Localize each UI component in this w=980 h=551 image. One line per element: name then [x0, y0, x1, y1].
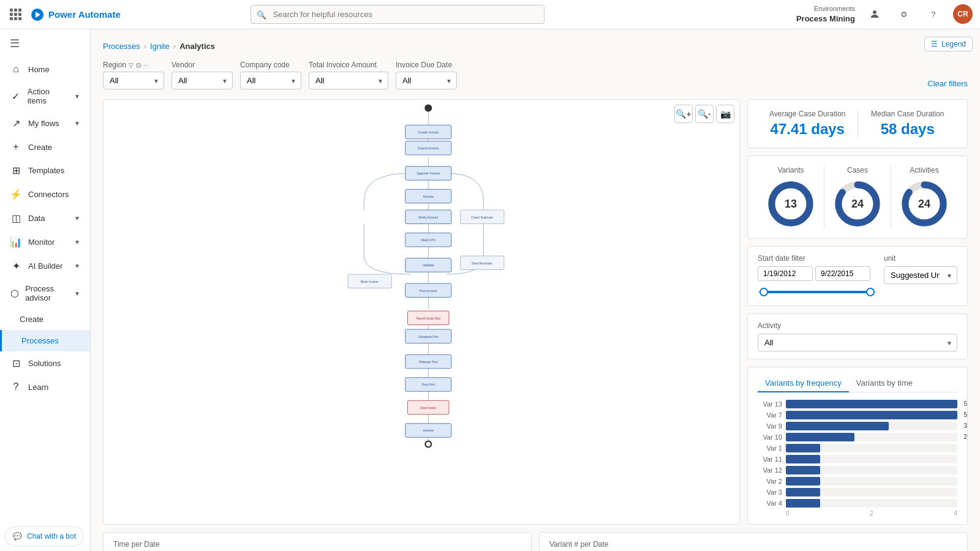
- sidebar-item-solutions[interactable]: ⊡ Solutions: [0, 351, 90, 375]
- bar-row: Var 9 3: [758, 422, 957, 430]
- topbar: Power Automate 🔍 Environments Process Mi…: [0, 0, 980, 29]
- bar-row: Var 10 2: [758, 433, 957, 441]
- sidebar-label-monitor: Monitor: [28, 238, 55, 247]
- svg-text:Schedule Pmt: Schedule Pmt: [418, 335, 439, 339]
- connectors-icon: ⚡: [10, 189, 22, 200]
- search-bar[interactable]: 🔍: [251, 5, 545, 24]
- filter-invoice-due-select[interactable]: All: [396, 72, 457, 89]
- sidebar-label-connectors: Connectors: [28, 190, 69, 199]
- filter-total-invoice-label: Total Invoice Amount: [309, 61, 388, 69]
- screenshot-button[interactable]: 📷: [716, 105, 734, 123]
- templates-icon: ⊞: [10, 165, 22, 176]
- range-thumb-right[interactable]: [866, 288, 875, 296]
- app-name: Power Automate: [48, 9, 121, 20]
- filter-total-invoice: Total Invoice Amount All: [309, 61, 388, 89]
- solutions-icon: ⊡: [10, 358, 22, 369]
- sidebar-item-processes[interactable]: Processes: [0, 330, 90, 351]
- unit-select[interactable]: Suggested Unit Days Hours: [884, 266, 957, 284]
- bar-fill: [786, 466, 820, 474]
- svg-text:Review: Review: [423, 195, 434, 198]
- donut-variants: Variants 13: [758, 166, 824, 228]
- unit-select-wrap: Suggested Unit Days Hours: [884, 266, 957, 284]
- date-to-input[interactable]: [815, 266, 870, 281]
- date-filter-label: Start date filter: [758, 254, 876, 263]
- help-icon-button[interactable]: ?: [924, 4, 943, 24]
- chat-bot-button[interactable]: 💬 Chat with a bot: [5, 527, 84, 546]
- activity-select[interactable]: All: [758, 334, 957, 351]
- process-advisor-icon: ⬡: [10, 288, 19, 299]
- filter-total-invoice-select[interactable]: All: [309, 72, 388, 89]
- sidebar-item-my-flows[interactable]: ↗ My flows ▼: [0, 111, 90, 135]
- sidebar-item-data[interactable]: ◫ Data ▼: [0, 206, 90, 230]
- tab-variants-time[interactable]: Variants by time: [849, 375, 920, 392]
- waffle-menu-icon[interactable]: [7, 6, 24, 23]
- zoom-out-button[interactable]: 🔍-: [695, 105, 714, 123]
- search-input[interactable]: [251, 5, 545, 24]
- content-layout: 🔍+ 🔍- 📷: [103, 99, 968, 525]
- tab-variants-frequency[interactable]: Variants by frequency: [758, 375, 849, 392]
- median-duration-label: Median Case Duration: [858, 110, 958, 118]
- environment-info: Environments Process Mining: [796, 4, 855, 24]
- sidebar-menu-icon[interactable]: ☰: [0, 29, 90, 58]
- svg-text:Block Invoice: Block Invoice: [361, 280, 379, 283]
- filter-region-select[interactable]: All North South: [103, 72, 164, 89]
- sidebar-item-home[interactable]: ⌂ Home: [0, 58, 90, 81]
- breadcrumb-ignite[interactable]: Ignite: [150, 42, 170, 51]
- filter-company-code-wrap: All: [240, 72, 301, 89]
- sidebar-label-solutions: Solutions: [28, 359, 61, 368]
- flow-canvas[interactable]: 🔍+ 🔍- 📷: [103, 99, 740, 525]
- bar-value: 3: [963, 422, 967, 429]
- main-content: Processes › Ignite › Analytics Region ▽ …: [91, 29, 980, 551]
- date-from-input[interactable]: [758, 266, 813, 281]
- activity-label: Activity: [758, 321, 957, 330]
- filter-region-wrap: All North South: [103, 72, 164, 89]
- sidebar-label-learn: Learn: [28, 383, 48, 392]
- zoom-in-button[interactable]: 🔍+: [674, 105, 693, 123]
- sidebar-item-connectors[interactable]: ⚡ Connectors: [0, 182, 90, 206]
- filter-region: Region ▽ ⊡ ··· All North South: [103, 61, 164, 89]
- range-slider[interactable]: [758, 286, 876, 298]
- date-inputs: [758, 266, 876, 281]
- stats-row: Average Case Duration 47.41 days Median …: [747, 99, 968, 148]
- sidebar-item-process-advisor[interactable]: ⬡ Process advisor ▼: [0, 278, 90, 309]
- sidebar-item-learn[interactable]: ? Learn: [0, 375, 90, 399]
- bar-label: Var 4: [758, 500, 782, 507]
- sidebar-label-processes: Processes: [21, 336, 59, 345]
- bar-row: Var 1: [758, 444, 957, 452]
- app-logo: Power Automate: [31, 9, 121, 21]
- breadcrumb-processes[interactable]: Processes: [103, 42, 140, 51]
- sidebar-item-ai-builder[interactable]: ✦ AI Builder ▼: [0, 254, 90, 278]
- svg-text:Post Pmt: Post Pmt: [422, 383, 435, 386]
- bar-value: 5: [963, 411, 967, 418]
- sidebar-item-templates[interactable]: ⊞ Templates: [0, 159, 90, 182]
- filter-region-label: Region ▽ ⊡ ···: [103, 61, 164, 69]
- env-name: Process Mining: [796, 14, 855, 24]
- bottom-charts-row: Time per Date 696666 Variant # per Date …: [103, 532, 968, 551]
- bar-label: Var 2: [758, 478, 782, 485]
- time-per-date-title: Time per Date: [113, 540, 521, 549]
- filter-company-code-select[interactable]: All: [240, 72, 301, 89]
- sidebar-item-monitor[interactable]: 📊 Monitor ▼: [0, 230, 90, 254]
- clear-filters-button[interactable]: Clear filters: [927, 79, 968, 89]
- range-thumb-left[interactable]: [760, 288, 768, 296]
- bar-label: Var 7: [758, 411, 782, 419]
- home-icon: ⌂: [10, 64, 22, 75]
- bar-outer: [786, 499, 957, 508]
- user-avatar[interactable]: CR: [953, 4, 973, 24]
- bar-label: Var 10: [758, 433, 782, 441]
- power-automate-logo-icon: [31, 9, 43, 21]
- sidebar-item-create-sub[interactable]: Create: [0, 309, 90, 330]
- bar-label: Var 9: [758, 422, 782, 430]
- svg-text:Validate: Validate: [423, 263, 434, 267]
- sidebar-item-action-items[interactable]: ✓ Action items ▼: [0, 81, 90, 111]
- person-icon-button[interactable]: [865, 4, 884, 24]
- legend-button[interactable]: ☰ Legend: [924, 37, 973, 51]
- axis-4: 4: [954, 510, 957, 517]
- svg-text:Release Pmt: Release Pmt: [419, 360, 438, 364]
- filter-vendor-select[interactable]: All: [172, 72, 233, 89]
- sidebar-item-create[interactable]: + Create: [0, 135, 90, 159]
- settings-icon-button[interactable]: ⚙: [894, 4, 914, 24]
- filter-icon: ▽: [129, 62, 134, 69]
- donut-cases-value: 24: [851, 198, 864, 211]
- chevron-down-icon-6: ▼: [74, 290, 80, 297]
